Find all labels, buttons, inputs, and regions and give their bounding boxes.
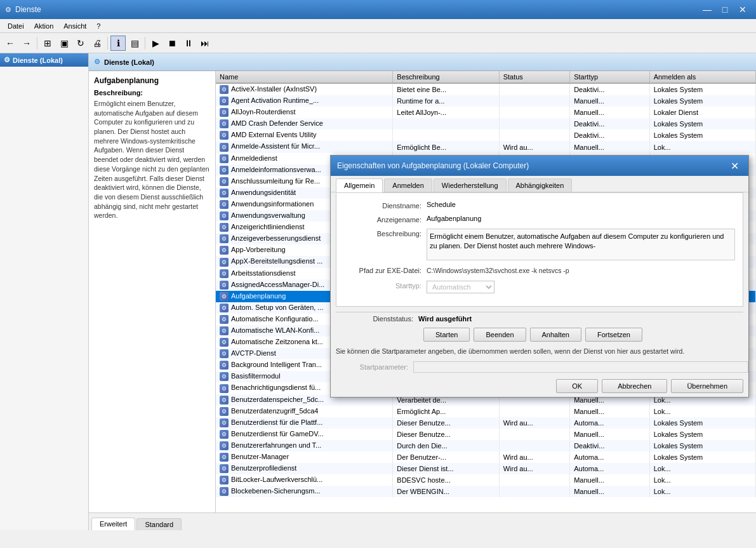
col-name[interactable]: Name <box>216 71 393 83</box>
service-desc-cell: Der Benutzer-... <box>393 451 499 463</box>
dialog-tab-abhaengigkeiten[interactable]: Abhängigkeiten <box>508 178 573 192</box>
toolbar-print[interactable]: 🖨 <box>90 36 105 51</box>
toolbar-info[interactable]: ℹ <box>110 36 126 51</box>
exe-path-value: C:\Windows\system32\svchost.exe -k netsv… <box>427 265 735 276</box>
table-row[interactable]: ⚙BitLocker-Laufwerkverschlü... BDESVC ho… <box>216 474 756 486</box>
menu-help[interactable]: ? <box>91 21 105 31</box>
start-button[interactable]: Starten <box>423 328 470 342</box>
service-status-cell <box>499 486 570 497</box>
toolbar-grid[interactable]: ⊞ <box>40 36 55 51</box>
table-row[interactable]: ⚙AllJoyn-Routerdienst Leitet AllJoyn-...… <box>216 107 756 118</box>
table-row[interactable]: ⚙AMD Crash Defender Service Deaktivi... … <box>216 118 756 130</box>
menu-aktion[interactable]: Aktion <box>29 21 59 31</box>
table-row[interactable]: ⚙Benutzer-Manager Der Benutzer-... Wird … <box>216 451 756 463</box>
service-desc-cell: Dieser Benutze... <box>393 417 499 429</box>
service-start-cell: Manuell... <box>570 107 649 118</box>
dialog-footer: OK Abbrechen Übernehmen <box>331 375 748 397</box>
sidebar-header: ⚙ Dienste (Lokal) <box>0 53 88 67</box>
table-row[interactable]: ⚙ActiveX-Installer (AxInstSV) Bietet ein… <box>216 83 756 95</box>
service-name-label: Dienstname: <box>344 201 427 210</box>
service-logon-cell: Lok... <box>649 141 755 152</box>
description-label: Beschreibung: <box>344 229 427 237</box>
stop-button[interactable]: Beenden <box>474 328 526 342</box>
table-row[interactable]: ⚙Blockebenen-Sicherungsm... Der WBENGIN.… <box>216 486 756 497</box>
toolbar-forward[interactable]: → <box>19 36 34 51</box>
service-logon-cell: Lokales System <box>649 130 755 141</box>
dialog-tab-wiederherstellung[interactable]: Wiederherstellung <box>434 178 507 192</box>
description-value[interactable]: Ermöglicht einem Benutzer, automatische … <box>427 229 735 260</box>
service-desc-cell: Durch den Die... <box>393 440 499 451</box>
toolbar-stop[interactable]: ⏹ <box>164 36 180 51</box>
table-row[interactable]: ⚙Benutzererfahrungen und T... Durch den … <box>216 440 756 451</box>
service-logon-cell: Lokales System <box>649 118 755 130</box>
service-desc-cell: Ermöglicht Ap... <box>393 406 499 417</box>
service-start-cell: Manuell... <box>570 95 649 107</box>
col-status[interactable]: Status <box>499 71 570 83</box>
service-start-cell: Automa... <box>570 451 649 463</box>
toolbar-play[interactable]: ▶ <box>148 36 163 51</box>
service-start-cell: Manuell... <box>570 486 649 497</box>
service-start-cell: Deaktivi... <box>570 83 649 95</box>
table-row[interactable]: ⚙Anmelde-Assistent für Micr... Ermöglich… <box>216 141 756 152</box>
table-header-row: Name Beschreibung Status Starttyp Anmeld… <box>216 71 756 83</box>
status-value: Wird ausgeführt <box>418 315 472 323</box>
start-type-select[interactable]: Automatisch <box>427 281 494 293</box>
service-start-cell: Manuell... <box>570 474 649 486</box>
service-start-cell: Deaktivi... <box>570 440 649 451</box>
service-logon-cell: Lokales System <box>649 429 755 440</box>
description-row: Beschreibung: Ermöglicht einem Benutzer,… <box>344 229 735 260</box>
toolbar-pause[interactable]: ⏸ <box>181 36 196 51</box>
maximize-button[interactable]: □ <box>717 3 733 16</box>
apply-button[interactable]: Übernehmen <box>671 379 743 393</box>
services-header-label: Dienste (Lokal) <box>104 58 154 66</box>
service-status-cell <box>499 95 570 107</box>
col-description[interactable]: Beschreibung <box>393 71 499 83</box>
service-status-cell: Wird au... <box>499 451 570 463</box>
service-name-cell: ⚙AMD Crash Defender Service <box>216 118 393 130</box>
exe-path-row: Pfad zur EXE-Datei: C:\Windows\system32\… <box>344 265 735 276</box>
start-type-row: Starttyp: Automatisch <box>344 281 735 293</box>
dialog-tab-allgemein[interactable]: Allgemein <box>336 178 383 192</box>
service-desc-cell <box>393 130 499 141</box>
service-status-cell <box>499 440 570 451</box>
minimize-button[interactable]: — <box>699 3 715 16</box>
table-row[interactable]: ⚙Benutzerdienst für GameDV... Dieser Ben… <box>216 429 756 440</box>
menu-ansicht[interactable]: Ansicht <box>58 21 91 31</box>
pause-button[interactable]: Anhalten <box>530 328 581 342</box>
table-row[interactable]: ⚙Benutzerdienst für die Plattf... Dieser… <box>216 417 756 429</box>
service-status-cell <box>499 474 570 486</box>
table-row[interactable]: ⚙Benutzerprofiledienst Dieser Dienst ist… <box>216 463 756 474</box>
param-row: Startparameter: <box>331 361 748 373</box>
description-panel: Aufgabenplanung Beschreibung: Ermöglicht… <box>89 71 216 512</box>
toolbar-refresh[interactable]: ↻ <box>73 36 88 51</box>
service-status-cell <box>499 406 570 417</box>
toolbar-view[interactable]: ▣ <box>56 36 72 51</box>
service-name-cell: ⚙AMD External Events Utility <box>216 130 393 141</box>
start-type-label: Starttyp: <box>344 281 427 290</box>
table-row[interactable]: ⚙Agent Activation Runtime_... Runtime fo… <box>216 95 756 107</box>
toolbar-skip[interactable]: ⏭ <box>197 36 213 51</box>
resume-button[interactable]: Fortsetzen <box>585 328 642 342</box>
table-row[interactable]: ⚙Benutzerdatenzugriff_5dca4 Ermöglicht A… <box>216 406 756 417</box>
col-logon[interactable]: Anmelden als <box>649 71 755 83</box>
close-button[interactable]: ✕ <box>734 3 751 16</box>
table-row[interactable]: ⚙AMD External Events Utility Deaktivi...… <box>216 130 756 141</box>
service-name-cell: ⚙Anmelde-Assistent für Micr... <box>216 141 393 152</box>
menu-datei[interactable]: Datei <box>3 21 29 31</box>
service-logon-cell: Lokales System <box>649 440 755 451</box>
dialog-close-button[interactable]: ✕ <box>727 159 742 172</box>
sidebar-icon: ⚙ <box>4 56 10 64</box>
display-name-value: Aufgabenplanung <box>427 215 735 222</box>
toolbar-list[interactable]: ▤ <box>127 36 142 51</box>
tab-erweitert[interactable]: Erweitert <box>91 518 135 530</box>
toolbar-back[interactable]: ← <box>3 36 18 51</box>
status-section: Dienststatus: Wird ausgeführt Starten Be… <box>331 315 748 342</box>
dialog-tab-anmelden[interactable]: Anmelden <box>384 178 432 192</box>
cancel-button[interactable]: Abbrechen <box>602 379 667 393</box>
service-status-cell <box>499 83 570 95</box>
exe-path-label: Pfad zur EXE-Datei: <box>344 265 427 274</box>
param-input[interactable] <box>413 361 748 373</box>
col-starttype[interactable]: Starttyp <box>570 71 649 83</box>
tab-standard[interactable]: Standard <box>136 518 182 530</box>
ok-button[interactable]: OK <box>556 379 598 393</box>
